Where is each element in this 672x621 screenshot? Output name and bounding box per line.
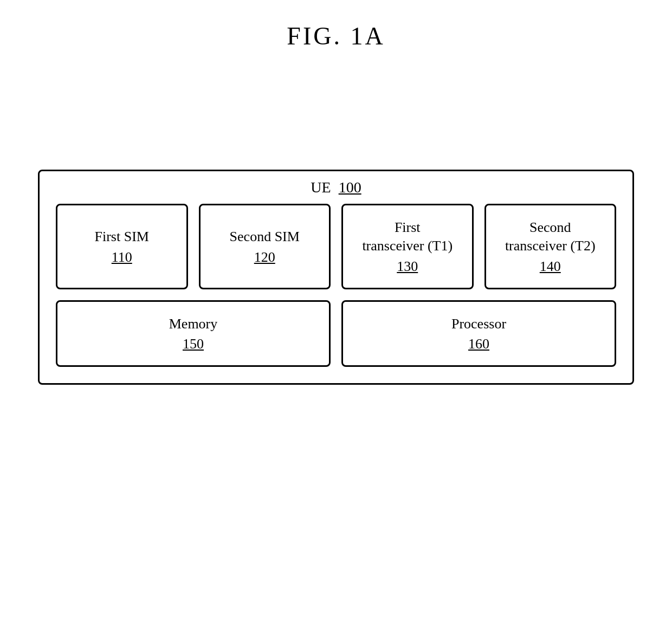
top-row: First SIM 110 Second SIM 120 Firsttransc… — [56, 204, 616, 289]
processor-box: Processor 160 — [341, 300, 616, 367]
memory-label: Memory — [169, 315, 218, 333]
page-container: FIG. 1A UE 100 First SIM 110 Second SIM … — [0, 0, 672, 621]
second-sim-label: Second SIM — [230, 228, 300, 246]
processor-ref: 160 — [468, 336, 489, 352]
first-transceiver-label: Firsttransceiver (T1) — [362, 218, 453, 255]
processor-label: Processor — [451, 315, 506, 333]
ue-text: UE — [311, 179, 331, 196]
memory-ref: 150 — [183, 336, 204, 352]
ue-container: UE 100 First SIM 110 Second SIM 120 Firs… — [38, 170, 634, 385]
ue-inner: First SIM 110 Second SIM 120 Firsttransc… — [56, 204, 616, 367]
second-sim-ref: 120 — [254, 249, 275, 266]
first-sim-box: First SIM 110 — [56, 204, 188, 289]
ue-label: UE 100 — [311, 179, 361, 196]
first-transceiver-ref: 130 — [397, 258, 418, 275]
first-sim-label: First SIM — [95, 228, 149, 246]
figure-title: FIG. 1A — [287, 22, 385, 50]
first-transceiver-box: Firsttransceiver (T1) 130 — [341, 204, 474, 289]
memory-box: Memory 150 — [56, 300, 331, 367]
ue-ref: 100 — [339, 179, 361, 196]
second-transceiver-ref: 140 — [540, 258, 561, 275]
second-transceiver-label: Secondtransceiver (T2) — [505, 218, 596, 255]
second-sim-box: Second SIM 120 — [199, 204, 331, 289]
first-sim-ref: 110 — [112, 249, 132, 266]
bottom-row: Memory 150 Processor 160 — [56, 300, 616, 367]
second-transceiver-box: Secondtransceiver (T2) 140 — [484, 204, 617, 289]
